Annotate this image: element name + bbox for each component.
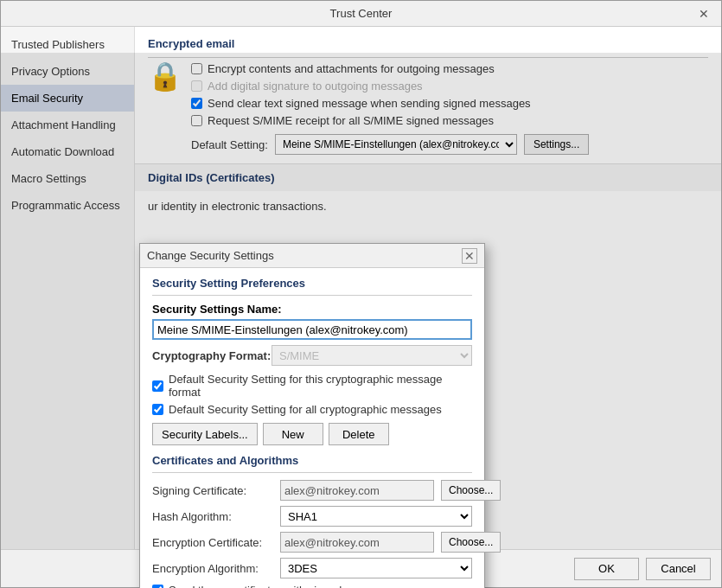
cancel-button[interactable]: Cancel	[646, 558, 711, 580]
encryption-algo-row: Encryption Algorithm: 3DES	[152, 558, 472, 578]
crypto-format-row: Cryptography Format: S/MIME	[152, 345, 472, 366]
modal-section-title: Security Setting Preferences	[152, 277, 472, 290]
signing-cert-row: Signing Certificate: Choose...	[152, 480, 472, 501]
modal-checkbox-default2-row: Default Security Setting for all cryptog…	[152, 403, 472, 416]
hash-algo-label: Hash Algorithm:	[152, 510, 273, 523]
ok-button[interactable]: OK	[574, 558, 639, 580]
settings-name-field-label: Security Settings Name:	[152, 303, 472, 316]
modal-checkbox-default1-row: Default Security Setting for this crypto…	[152, 373, 472, 399]
hash-algo-row: Hash Algorithm: SHA1	[152, 506, 472, 527]
modal-title: Change Security Settings	[147, 249, 274, 262]
hash-algo-select[interactable]: SHA1	[280, 506, 472, 527]
window-title: Trust Center	[27, 7, 695, 20]
signing-cert-label: Signing Certificate:	[152, 484, 273, 497]
default-all-crypto-label: Default Security Setting for all cryptog…	[169, 403, 442, 416]
encrypted-email-title: Encrypted email	[148, 37, 708, 50]
change-security-settings-dialog: Change Security Settings ✕ Security Sett…	[139, 243, 485, 588]
new-button[interactable]: New	[263, 423, 323, 445]
title-bar: Trust Center ✕	[1, 1, 721, 27]
security-labels-button[interactable]: Security Labels...	[152, 423, 258, 445]
modal-overlay: Change Security Settings ✕ Security Sett…	[1, 53, 721, 549]
send-certs-row: Send these certificates with signed mess…	[152, 584, 472, 588]
settings-name-input[interactable]	[152, 319, 472, 340]
signing-cert-choose-button[interactable]: Choose...	[441, 480, 501, 501]
crypto-format-select[interactable]: S/MIME	[272, 345, 472, 366]
encryption-cert-label: Encryption Certificate:	[152, 536, 273, 549]
default-crypto-format-label: Default Security Setting for this crypto…	[169, 373, 472, 399]
modal-action-buttons: Security Labels... New Delete	[152, 423, 472, 445]
encryption-algo-label: Encryption Algorithm:	[152, 562, 273, 575]
default-crypto-format-checkbox[interactable]	[152, 380, 163, 392]
cert-section-title: Certificates and Algorithms	[152, 454, 472, 467]
modal-body: Security Setting Preferences Security Se…	[140, 268, 484, 588]
encryption-cert-choose-button[interactable]: Choose...	[441, 532, 501, 553]
modal-title-bar: Change Security Settings ✕	[140, 244, 484, 268]
signing-cert-input[interactable]	[280, 480, 434, 501]
default-all-crypto-checkbox[interactable]	[152, 404, 163, 415]
trust-center-window: Trust Center ✕ Trusted Publishers Privac…	[0, 0, 722, 588]
settings-name-field-group: Security Settings Name:	[152, 303, 472, 340]
send-certs-checkbox[interactable]	[152, 585, 163, 588]
window-close-button[interactable]: ✕	[695, 5, 712, 22]
send-certs-label: Send these certificates with signed mess…	[169, 584, 396, 588]
encryption-algo-select[interactable]: 3DES	[280, 558, 472, 578]
crypto-format-label: Cryptography Format:	[152, 349, 265, 362]
encryption-cert-row: Encryption Certificate: Choose...	[152, 532, 472, 553]
encryption-cert-input[interactable]	[280, 532, 434, 553]
modal-close-button[interactable]: ✕	[462, 248, 477, 264]
delete-button[interactable]: Delete	[329, 423, 389, 445]
